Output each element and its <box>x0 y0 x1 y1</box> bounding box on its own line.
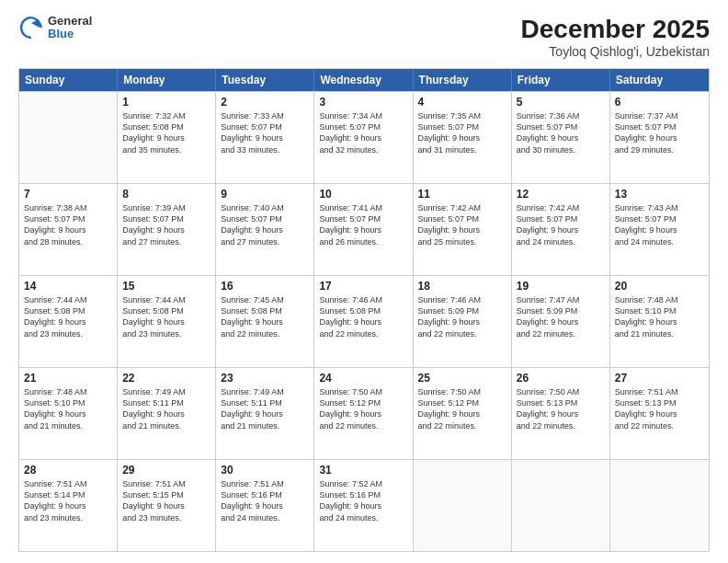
cell-line: and 26 minutes. <box>319 236 407 247</box>
title-block: December 2025 Toyloq Qishlog'i, Uzbekist… <box>521 15 710 59</box>
cell-line: Sunrise: 7:52 AM <box>319 478 407 489</box>
cell-line: Sunrise: 7:33 AM <box>221 110 309 121</box>
cell-line: Sunset: 5:12 PM <box>319 397 407 408</box>
day-number: 8 <box>122 187 210 201</box>
cell-line: and 30 minutes. <box>517 144 605 155</box>
day-number: 1 <box>122 95 210 109</box>
cell-line: Daylight: 9 hours <box>24 500 112 511</box>
cell-line: and 22 minutes. <box>517 420 605 431</box>
calendar-cell: 2Sunrise: 7:33 AMSunset: 5:07 PMDaylight… <box>216 92 314 183</box>
cell-line: Sunrise: 7:36 AM <box>517 110 605 121</box>
calendar-cell: 29Sunrise: 7:51 AMSunset: 5:15 PMDayligh… <box>118 460 216 551</box>
calendar-cell: 20Sunrise: 7:48 AMSunset: 5:10 PMDayligh… <box>610 276 709 367</box>
calendar-cell: 8Sunrise: 7:39 AMSunset: 5:07 PMDaylight… <box>118 184 216 275</box>
calendar-cell: 15Sunrise: 7:44 AMSunset: 5:08 PMDayligh… <box>118 276 216 367</box>
calendar-cell: 9Sunrise: 7:40 AMSunset: 5:07 PMDaylight… <box>216 184 314 275</box>
calendar-cell: 13Sunrise: 7:43 AMSunset: 5:07 PMDayligh… <box>610 184 709 275</box>
calendar-cell <box>610 460 709 551</box>
cell-line: Sunset: 5:07 PM <box>319 121 407 132</box>
weekday-header-saturday: Saturday <box>610 69 709 91</box>
cell-line: Sunset: 5:07 PM <box>517 121 605 132</box>
calendar-header: SundayMondayTuesdayWednesdayThursdayFrid… <box>19 69 709 91</box>
calendar-cell <box>19 92 118 183</box>
cell-line: and 23 minutes. <box>122 328 210 339</box>
calendar-cell: 10Sunrise: 7:41 AMSunset: 5:07 PMDayligh… <box>314 184 413 275</box>
cell-line: Sunset: 5:11 PM <box>122 397 210 408</box>
cell-line: and 24 minutes. <box>615 236 704 247</box>
cell-line: and 22 minutes. <box>319 420 407 431</box>
day-number: 14 <box>24 279 112 293</box>
weekday-header-thursday: Thursday <box>414 69 512 91</box>
cell-line: Sunrise: 7:46 AM <box>418 294 506 305</box>
cell-line: and 23 minutes. <box>24 328 112 339</box>
cell-line: and 22 minutes. <box>418 420 506 431</box>
cell-line: Daylight: 9 hours <box>319 132 407 144</box>
calendar-cell <box>414 460 512 551</box>
calendar-row-1: 7Sunrise: 7:38 AMSunset: 5:07 PMDaylight… <box>19 183 709 275</box>
cell-line: Sunrise: 7:42 AM <box>418 202 506 213</box>
weekday-header-monday: Monday <box>118 69 216 91</box>
cell-line: Sunset: 5:07 PM <box>24 213 112 224</box>
cell-line: Daylight: 9 hours <box>319 316 407 327</box>
cell-line: Sunrise: 7:35 AM <box>418 110 506 121</box>
cell-line: Daylight: 9 hours <box>221 316 309 327</box>
day-number: 17 <box>319 279 407 293</box>
cell-line: Sunset: 5:08 PM <box>122 121 210 132</box>
day-number: 22 <box>122 371 210 385</box>
calendar-cell: 25Sunrise: 7:50 AMSunset: 5:12 PMDayligh… <box>414 368 512 459</box>
cell-line: Daylight: 9 hours <box>221 408 309 419</box>
calendar-cell: 12Sunrise: 7:42 AMSunset: 5:07 PMDayligh… <box>512 184 610 275</box>
cell-line: Sunset: 5:10 PM <box>615 305 704 316</box>
calendar-cell: 7Sunrise: 7:38 AMSunset: 5:07 PMDaylight… <box>19 184 118 275</box>
cell-line: Daylight: 9 hours <box>319 500 407 511</box>
cell-line: and 27 minutes. <box>122 236 210 247</box>
day-number: 4 <box>418 95 506 109</box>
calendar-row-4: 28Sunrise: 7:51 AMSunset: 5:14 PMDayligh… <box>19 459 709 551</box>
cell-line: and 21 minutes. <box>24 420 112 431</box>
calendar-cell: 21Sunrise: 7:48 AMSunset: 5:10 PMDayligh… <box>19 368 118 459</box>
cell-line: Sunset: 5:08 PM <box>24 305 112 316</box>
cell-line: and 24 minutes. <box>517 236 605 247</box>
day-number: 15 <box>122 279 210 293</box>
cell-line: and 21 minutes. <box>221 420 309 431</box>
logo-general: General <box>48 15 92 28</box>
cell-line: Sunrise: 7:44 AM <box>122 294 210 305</box>
cell-line: Sunset: 5:11 PM <box>221 397 309 408</box>
cell-line: Sunset: 5:07 PM <box>122 213 210 224</box>
cell-line: Sunset: 5:12 PM <box>418 397 506 408</box>
cell-line: and 32 minutes. <box>319 144 407 155</box>
cell-line: and 23 minutes. <box>24 512 112 523</box>
calendar-row-0: 1Sunrise: 7:32 AMSunset: 5:08 PMDaylight… <box>19 91 709 183</box>
calendar-cell: 6Sunrise: 7:37 AMSunset: 5:07 PMDaylight… <box>610 92 709 183</box>
cell-line: Daylight: 9 hours <box>24 224 112 236</box>
calendar-title: December 2025 <box>521 15 710 44</box>
calendar-cell: 5Sunrise: 7:36 AMSunset: 5:07 PMDaylight… <box>512 92 610 183</box>
cell-line: Daylight: 9 hours <box>418 224 506 236</box>
day-number: 11 <box>418 187 506 201</box>
day-number: 13 <box>615 187 704 201</box>
cell-line: Sunrise: 7:44 AM <box>24 294 112 305</box>
day-number: 5 <box>517 95 605 109</box>
cell-line: Sunset: 5:13 PM <box>615 397 704 408</box>
calendar-row-3: 21Sunrise: 7:48 AMSunset: 5:10 PMDayligh… <box>19 367 709 459</box>
cell-line: and 24 minutes. <box>319 512 407 523</box>
calendar-cell: 14Sunrise: 7:44 AMSunset: 5:08 PMDayligh… <box>19 276 118 367</box>
cell-line: Sunset: 5:08 PM <box>122 305 210 316</box>
cell-line: Daylight: 9 hours <box>517 224 605 236</box>
calendar-cell: 4Sunrise: 7:35 AMSunset: 5:07 PMDaylight… <box>414 92 512 183</box>
cell-line: and 25 minutes. <box>418 236 506 247</box>
cell-line: Sunrise: 7:34 AM <box>319 110 407 121</box>
cell-line: Daylight: 9 hours <box>517 316 605 327</box>
calendar-cell: 28Sunrise: 7:51 AMSunset: 5:14 PMDayligh… <box>19 460 118 551</box>
header: General Blue December 2025 Toyloq Qishlo… <box>18 15 710 59</box>
day-number: 24 <box>319 371 407 385</box>
cell-line: Sunset: 5:07 PM <box>615 213 704 224</box>
cell-line: Daylight: 9 hours <box>517 408 605 419</box>
cell-line: Sunset: 5:08 PM <box>221 305 309 316</box>
day-number: 3 <box>319 95 407 109</box>
cell-line: Sunrise: 7:43 AM <box>615 202 704 213</box>
cell-line: and 35 minutes. <box>122 144 210 155</box>
cell-line: Daylight: 9 hours <box>122 224 210 236</box>
cell-line: Sunrise: 7:51 AM <box>24 478 112 489</box>
cell-line: Daylight: 9 hours <box>319 224 407 236</box>
